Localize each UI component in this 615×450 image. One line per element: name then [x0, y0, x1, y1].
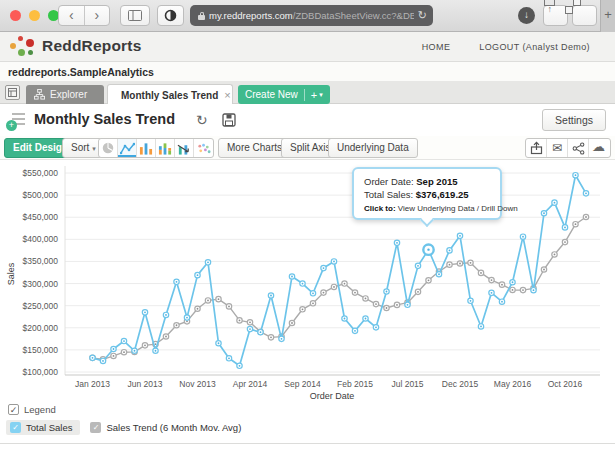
- total-sales-swatch-icon[interactable]: ✓: [10, 422, 21, 433]
- svg-text:$400,000: $400,000: [23, 234, 59, 244]
- cloud-upload-icon[interactable]: ☁↑: [589, 139, 610, 157]
- tab-explorer[interactable]: Explorer: [26, 85, 104, 104]
- svg-text:Order Date: Order Date: [310, 391, 355, 400]
- tooltip-date-value: Sep 2015: [416, 176, 457, 187]
- create-new-label: Create New: [245, 89, 298, 100]
- share-icon[interactable]: [568, 139, 589, 157]
- caret-down-icon: ▾: [92, 145, 96, 152]
- svg-text:May 2016: May 2016: [494, 379, 532, 389]
- sales-trend-chart[interactable]: $550,000$500,000$450,000$400,000$350,000…: [0, 160, 615, 400]
- breadcrumb-row: reddreports.SampleAnalytics: [0, 62, 615, 82]
- datasheet-icon[interactable]: [5, 85, 20, 100]
- combo-chart-icon[interactable]: [175, 139, 194, 157]
- legend-area: ✓ Legend ✓ Total Sales ✓ Sales Trend (6 …: [0, 400, 615, 450]
- tooltip-date-label: Order Date:: [364, 176, 414, 187]
- extension-icon[interactable]: [157, 5, 184, 26]
- history-nav: ‹ ›: [58, 5, 110, 26]
- svg-text:Jun 2013: Jun 2013: [128, 379, 163, 389]
- refresh-report-icon[interactable]: ↻: [196, 112, 208, 128]
- chart-area: $550,000$500,000$450,000$400,000$350,000…: [0, 160, 615, 400]
- legend-title: Legend: [24, 404, 56, 415]
- svg-text:Apr 2014: Apr 2014: [233, 379, 268, 389]
- minimize-window-icon[interactable]: [29, 10, 40, 21]
- plus-icon: +: [311, 89, 317, 101]
- chart-toolbar: Edit Design Sort▾ More Charts▾ Split Axi: [0, 136, 615, 160]
- tooltip-sales-label: Total Sales:: [364, 189, 413, 200]
- svg-text:Sep 2014: Sep 2014: [284, 379, 321, 389]
- chart-type-switcher: [98, 138, 214, 158]
- svg-text:Nov 2013: Nov 2013: [179, 379, 216, 389]
- breadcrumb[interactable]: reddreports.SampleAnalytics: [8, 66, 154, 78]
- sidebar-toggle-icon[interactable]: [120, 5, 150, 26]
- line-chart-icon[interactable]: [118, 139, 137, 157]
- save-report-icon[interactable]: [222, 113, 236, 131]
- tab-monthly-sales-trend[interactable]: Monthly Sales Trend ×: [107, 84, 233, 105]
- svg-text:$500,000: $500,000: [23, 190, 59, 200]
- svg-text:$200,000: $200,000: [23, 323, 59, 333]
- svg-text:$150,000: $150,000: [23, 345, 59, 355]
- report-list-icon[interactable]: +: [8, 111, 26, 129]
- tab-explorer-label: Explorer: [50, 89, 87, 100]
- svg-text:Oct 2016: Oct 2016: [548, 379, 583, 389]
- page-title: Monthly Sales Trend: [34, 111, 175, 127]
- svg-text:Feb 2015: Feb 2015: [337, 379, 373, 389]
- create-new-button[interactable]: Create New + ▾: [238, 85, 330, 104]
- browser-chrome: ‹ › my.reddreports.com /ZDBDataSheetView…: [0, 0, 615, 32]
- header-nav: HOME LOGOUT (Analyst Demo): [396, 42, 590, 52]
- tooltip-click-label: Click to:: [364, 204, 396, 213]
- pie-chart-icon[interactable]: [99, 139, 118, 157]
- lock-icon: [198, 12, 205, 20]
- downloads-icon[interactable]: ↓: [518, 7, 535, 24]
- tab-overview-icon[interactable]: [572, 5, 597, 26]
- svg-text:Sales: Sales: [6, 262, 16, 285]
- svg-text:$350,000: $350,000: [23, 256, 59, 266]
- caret-down-icon: ▾: [319, 91, 323, 99]
- legend-item-total-sales[interactable]: ✓ Total Sales: [6, 420, 80, 435]
- svg-text:Jan 2013: Jan 2013: [75, 379, 110, 389]
- export-icon[interactable]: [526, 139, 547, 157]
- report-title-bar: + Monthly Sales Trend ↻ Settings: [0, 104, 615, 136]
- legend-item-sales-trend[interactable]: ✓ Sales Trend (6 Month Mov. Avg): [86, 420, 249, 435]
- svg-text:$550,000: $550,000: [23, 168, 59, 178]
- app-window: ‹ › my.reddreports.com /ZDBDataSheetView…: [0, 0, 615, 450]
- app-header: ReddReports HOME LOGOUT (Analyst Demo): [0, 32, 615, 62]
- export-group: ✉ ☁↑: [525, 138, 611, 158]
- divider: [0, 443, 615, 444]
- explorer-icon: [34, 89, 45, 100]
- tooltip-click-text: View Underlying Data / Drill Down: [398, 204, 518, 213]
- chart-tooltip: Order Date: Sep 2015 Total Sales: $376,6…: [352, 167, 502, 220]
- url-path: /ZDBDataSheetView.cc?&DBID=1: [293, 5, 414, 26]
- url-host: my.reddreports.com: [209, 5, 293, 26]
- forward-icon[interactable]: ›: [85, 6, 110, 25]
- scatter-chart-icon[interactable]: [194, 139, 213, 157]
- legend-label-total-sales: Total Sales: [26, 422, 72, 433]
- close-tab-icon[interactable]: ×: [218, 89, 230, 101]
- tooltip-sales-value: $376,619.25: [416, 189, 469, 200]
- tab-active-label: Monthly Sales Trend: [121, 90, 218, 101]
- email-icon[interactable]: ✉: [547, 139, 568, 157]
- svg-text:$100,000: $100,000: [23, 367, 59, 377]
- sales-trend-swatch-icon[interactable]: ✓: [90, 422, 101, 433]
- svg-text:$250,000: $250,000: [23, 301, 59, 311]
- settings-button[interactable]: Settings: [542, 109, 606, 131]
- brand-name: ReddReports: [42, 37, 142, 55]
- nav-home-link[interactable]: HOME: [422, 42, 451, 52]
- svg-text:$300,000: $300,000: [23, 279, 59, 289]
- svg-text:Dec 2015: Dec 2015: [442, 379, 479, 389]
- address-bar[interactable]: my.reddreports.com /ZDBDataSheetView.cc?…: [190, 5, 433, 26]
- reddreports-logo-icon: [10, 36, 36, 58]
- reload-icon[interactable]: ↻: [418, 5, 427, 26]
- underlying-data-button[interactable]: Underlying Data: [328, 138, 418, 158]
- back-icon[interactable]: ‹: [59, 6, 85, 25]
- legend-checkbox[interactable]: ✓: [8, 404, 19, 415]
- close-window-icon[interactable]: [10, 10, 21, 21]
- nav-logout-link[interactable]: LOGOUT (Analyst Demo): [479, 42, 590, 52]
- view-tab-strip: Explorer Monthly Sales Trend × Create Ne…: [0, 82, 615, 104]
- svg-text:Jul 2015: Jul 2015: [391, 379, 423, 389]
- stacked-bar-icon[interactable]: [156, 139, 175, 157]
- window-controls: [10, 10, 59, 21]
- new-tab-icon[interactable]: +: [600, 0, 615, 32]
- bar-chart-icon[interactable]: [137, 139, 156, 157]
- divider: [304, 89, 305, 101]
- legend-label-sales-trend: Sales Trend (6 Month Mov. Avg): [106, 422, 241, 433]
